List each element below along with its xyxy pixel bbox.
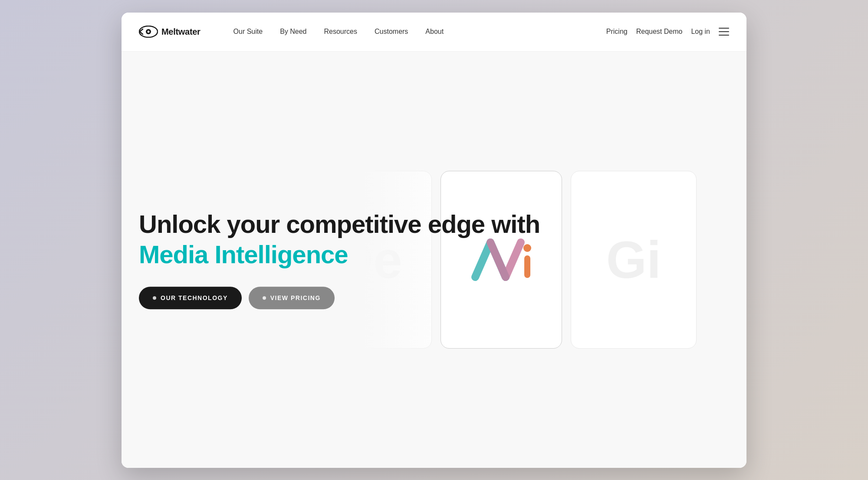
nav-link-by-need[interactable]: By Need [273, 24, 313, 39]
hamburger-line-3 [719, 35, 729, 36]
btn-dot-tech [153, 296, 156, 300]
nav-right: Pricing Request Demo Log in [606, 28, 729, 36]
logo-text: Meltwater [161, 27, 201, 37]
hero-subheadline: Media Intelligence [139, 241, 540, 270]
main-content: Ap De [122, 52, 746, 468]
nav-link-our-suite[interactable]: Our Suite [227, 24, 270, 39]
meltwater-logo-icon [139, 26, 158, 38]
nav-link-resources[interactable]: Resources [317, 24, 364, 39]
view-pricing-label: VIEW PRICING [270, 294, 321, 301]
hamburger-line-2 [719, 31, 729, 32]
view-pricing-button[interactable]: VIEW PRICING [249, 287, 335, 309]
navbar: Meltwater Our Suite By Need Resources Cu… [122, 13, 746, 52]
nav-link-about[interactable]: About [418, 24, 450, 39]
login-button[interactable]: Log in [691, 28, 710, 36]
nav-link-customers[interactable]: Customers [368, 24, 415, 39]
hero-buttons: OUR TECHNOLOGY VIEW PRICING [139, 287, 540, 309]
our-technology-button[interactable]: OUR TECHNOLOGY [139, 287, 242, 309]
request-demo-button[interactable]: Request Demo [636, 28, 683, 36]
browser-window: Meltwater Our Suite By Need Resources Cu… [122, 13, 746, 468]
nav-links: Our Suite By Need Resources Customers Ab… [227, 24, 606, 39]
card-right-1-watermark: Gi [606, 230, 661, 290]
svg-point-2 [148, 31, 150, 33]
our-technology-label: OUR TECHNOLOGY [161, 294, 228, 301]
hamburger-line-1 [719, 28, 729, 29]
card-right-1: Gi [571, 171, 697, 349]
hero-text-wrapper: Unlock your competitive edge with Media … [139, 210, 540, 309]
logo[interactable]: Meltwater [139, 26, 201, 38]
btn-dot-pricing [263, 296, 266, 300]
hero-headline: Unlock your competitive edge with [139, 210, 540, 239]
hamburger-menu-button[interactable] [719, 28, 729, 36]
nav-pricing[interactable]: Pricing [606, 28, 628, 36]
